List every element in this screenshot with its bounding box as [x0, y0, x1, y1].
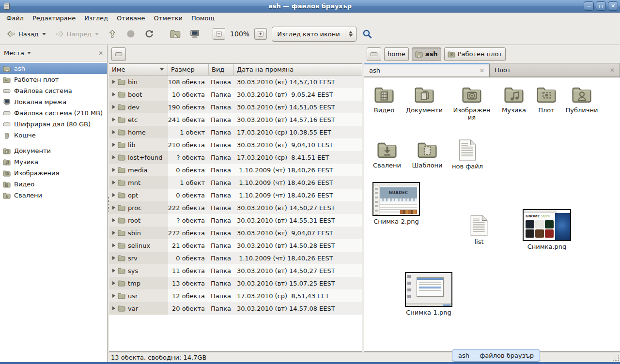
sidebar-item-folder-video[interactable]: Видео	[0, 179, 107, 190]
expander-icon[interactable]	[112, 269, 115, 273]
menu-item-1[interactable]: Редактиране	[28, 14, 80, 23]
table-row[interactable]: lost+found? обектаПапка17.03.2010 (ср) 8…	[109, 151, 362, 164]
table-row[interactable]: proc222 обектаПапка30.03.2010 (вт) 14,50…	[109, 201, 362, 214]
reload-button[interactable]	[141, 27, 157, 41]
table-row[interactable]: sys11 обектаПапка30.03.2010 (вт) 14,50,2…	[109, 264, 362, 277]
table-row[interactable]: dev190 обектаПапка30.03.2010 (вт) 14,51,…	[109, 101, 362, 113]
expander-icon[interactable]	[112, 80, 115, 84]
icon-view-item[interactable]: GUADECСнимка-2.png	[371, 182, 421, 225]
sidebar-item-drive[interactable]: Шифриран дял (80 GB)	[0, 119, 107, 130]
close-button[interactable]	[608, 1, 618, 11]
back-history-icon[interactable]	[42, 33, 46, 35]
tab-Плот[interactable]: Плот✕	[490, 63, 620, 76]
expander-icon[interactable]	[112, 143, 115, 147]
resize-grip-icon[interactable]	[612, 354, 620, 362]
expander-icon[interactable]	[112, 105, 115, 109]
zoom-out-button[interactable]	[213, 28, 225, 40]
breadcrumb-ash[interactable]: ash	[412, 47, 441, 61]
menu-item-4[interactable]: Отметки	[149, 14, 186, 23]
icon-view-item[interactable]: GNOME StoreСнимка.png	[520, 209, 574, 250]
icon-view-item[interactable]: нов файл	[448, 139, 487, 170]
tab-close-icon[interactable]: ✕	[480, 67, 484, 74]
expander-icon[interactable]	[112, 281, 115, 285]
sidebar-item-folder-downloads[interactable]: Свалени	[0, 190, 107, 201]
tab-ash[interactable]: ash✕	[364, 63, 490, 76]
icon-view-item[interactable]: Свалени	[368, 139, 406, 169]
expander-icon[interactable]	[112, 306, 115, 310]
expander-icon[interactable]	[112, 181, 115, 184]
sidebar-close-icon[interactable]: ✕	[98, 50, 103, 57]
expander-icon[interactable]	[112, 256, 115, 260]
table-row[interactable]: home1 обектПапка17.03.2010 (ср) 10,38,55…	[109, 126, 362, 138]
titlebar[interactable]: ash — файлов браузър	[0, 0, 620, 13]
expander-icon[interactable]	[112, 218, 115, 222]
icon-view-item[interactable]: Снимка-1.png	[403, 272, 454, 316]
menu-item-3[interactable]: Отиване	[112, 14, 149, 23]
sidebar-selector-icon[interactable]	[27, 52, 31, 54]
icon-view-item[interactable]: Шаблони	[408, 139, 447, 169]
table-row[interactable]: usr12 обектаПапка17.03.2010 (ср) 8,51,43…	[109, 289, 362, 302]
sidebar-item-folder-music[interactable]: Музика	[0, 156, 107, 167]
expander-icon[interactable]	[112, 92, 115, 96]
table-row[interactable]: etc241 обектаПапка30.03.2010 (вт) 14,57,…	[109, 113, 362, 126]
column-header-1[interactable]: Размер	[168, 64, 209, 75]
sidebar-item-network-computer[interactable]: Локална мрежа	[0, 96, 107, 107]
column-header-0[interactable]: Име	[109, 64, 168, 75]
sidebar-header[interactable]: Места ✕	[0, 45, 107, 61]
expander-icon[interactable]	[112, 118, 115, 121]
search-button[interactable]	[358, 26, 376, 42]
table-row[interactable]: root? обектаПапка30.03.2010 (вт) 14,55,3…	[109, 214, 362, 227]
table-row[interactable]: sbin272 обектаПапка30.03.2010 (вт) 9,04,…	[109, 227, 362, 239]
expander-icon[interactable]	[112, 243, 115, 247]
column-header-2[interactable]: Вид	[209, 64, 234, 75]
icon-view-item[interactable]: Изображения	[453, 84, 491, 121]
back-button[interactable]: Назад	[3, 27, 49, 41]
sidebar-item-home-folder[interactable]: ash	[0, 63, 107, 74]
expander-icon[interactable]	[112, 206, 115, 210]
computer-button[interactable]	[186, 26, 203, 42]
table-row[interactable]: selinux21 обектаПапка30.03.2010 (вт) 14,…	[109, 239, 362, 252]
sidebar-item-desktop-folder[interactable]: Работен плот	[0, 74, 107, 85]
icon-view-item[interactable]: list	[460, 215, 498, 245]
view-mode-select[interactable]: Изглед като икони	[272, 27, 356, 42]
table-row[interactable]: lib210 обектаПапка30.03.2010 (вт) 9,04,1…	[109, 138, 362, 151]
icon-view-item[interactable]: Документи	[405, 84, 444, 114]
forward-button[interactable]: Напред	[51, 27, 102, 41]
table-row[interactable]: mnt1 обектПапка 1.10.2009 (чт) 18,40,26 …	[109, 176, 362, 189]
expander-icon[interactable]	[112, 231, 115, 235]
breadcrumb-Работен плот[interactable]: Работен плот	[444, 47, 506, 61]
breadcrumb-root[interactable]	[367, 47, 381, 61]
sidebar-item-trash[interactable]: Кошче	[0, 130, 107, 141]
expander-icon[interactable]	[112, 193, 115, 197]
sidebar-item-folder-documents[interactable]: Документи	[0, 145, 107, 156]
zoom-in-button[interactable]	[254, 28, 267, 40]
expander-icon[interactable]	[112, 294, 115, 298]
breadcrumb-home[interactable]: home	[384, 47, 409, 61]
table-row[interactable]: media0 обектаПапка 1.10.2009 (чт) 18,40,…	[109, 164, 362, 176]
menu-item-5[interactable]: Помощ	[187, 14, 219, 23]
expander-icon[interactable]	[112, 168, 115, 172]
table-row[interactable]: bin108 обектаПапка30.03.2010 (вт) 14,57,…	[109, 76, 362, 88]
sidebar-item-drive[interactable]: Файлова система	[0, 85, 107, 96]
sidebar-item-drive[interactable]: Файлова система (210 MB)	[0, 107, 107, 119]
icon-view-item[interactable]: Публични	[562, 84, 601, 114]
table-row[interactable]: tmp13 обектаПапка30.03.2010 (вт) 15,07,2…	[109, 277, 362, 289]
table-row[interactable]: opt0 обектаПапка 1.10.2009 (чт) 18,40,26…	[109, 189, 362, 201]
icon-view-item[interactable]: Видео	[365, 84, 403, 114]
stop-button[interactable]	[123, 27, 139, 41]
menu-item-2[interactable]: Изглед	[80, 14, 112, 23]
home-button[interactable]	[167, 26, 184, 42]
table-row[interactable]: var20 обектаПапка30.03.2010 (вт) 14,57,0…	[109, 302, 362, 315]
column-header-3[interactable]: Дата на промяна	[234, 64, 362, 75]
forward-history-icon[interactable]	[95, 33, 99, 35]
menu-item-0[interactable]: Файл	[2, 14, 28, 23]
icon-view-item[interactable]: Плот	[527, 84, 566, 114]
tab-close-icon[interactable]: ✕	[610, 67, 615, 74]
table-row[interactable]: srv0 обектаПапка 1.10.2009 (чт) 18,40,26…	[109, 252, 362, 264]
up-button[interactable]	[104, 27, 121, 41]
expander-icon[interactable]	[112, 130, 115, 134]
expander-icon[interactable]	[112, 155, 115, 159]
table-row[interactable]: boot10 обектаПапка30.03.2010 (вт) 9,05,2…	[109, 88, 362, 101]
maximize-button[interactable]	[596, 1, 606, 11]
sidebar-item-folder-images[interactable]: Изображения	[0, 167, 107, 179]
